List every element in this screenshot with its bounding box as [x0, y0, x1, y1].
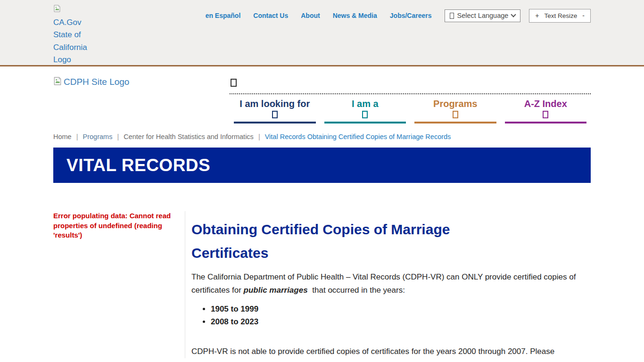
intro-paragraph: The California Department of Public Heal…: [191, 271, 591, 297]
note-paragraph: CDPH-VR is not able to provide certified…: [191, 345, 591, 358]
text-resize-label: Text Resize: [545, 12, 578, 19]
cdph-logo-alt-text: CDPH Site Logo: [64, 77, 129, 87]
ca-gov-logo-alt-text: CA.Gov State of California Logo: [53, 18, 87, 65]
nav-underline: [324, 122, 406, 123]
breadcrumb: Home | Programs | Center for Health Stat…: [53, 123, 591, 140]
broken-image-icon: [53, 77, 62, 88]
text-increase-button[interactable]: +: [535, 12, 539, 19]
link-en-espanol[interactable]: en Español: [206, 12, 241, 19]
link-contact-us[interactable]: Contact Us: [253, 12, 288, 19]
text-decrease-button[interactable]: -: [582, 12, 585, 19]
utility-bar: CA.Gov State of California Logo en Españ…: [0, 0, 644, 66]
chevron-down-icon: [362, 111, 368, 118]
broken-image-icon: [53, 4, 61, 16]
nav-label: A-Z Index: [524, 99, 567, 109]
chevron-down-icon: [272, 111, 278, 118]
nav-underline: [414, 122, 496, 123]
primary-nav-block: I am looking for I am a Programs A-Z Ind…: [230, 73, 591, 123]
nav-i-am-looking-for[interactable]: I am looking for: [230, 94, 320, 123]
nav-underline: [505, 122, 587, 123]
cdph-site-logo-link[interactable]: CDPH Site Logo: [53, 77, 129, 123]
link-news-media[interactable]: News & Media: [333, 12, 377, 19]
breadcrumb-separator: |: [76, 133, 78, 140]
sidebar-error-message: Error populating data: Cannot read prope…: [53, 211, 171, 240]
site-header: CDPH Site Logo I am looking for I am a P…: [0, 66, 644, 123]
page-title: Obtaining Certified Copies of Marriage C…: [191, 218, 521, 265]
page-banner: VITAL RECORDS: [53, 148, 591, 183]
breadcrumb-separator: |: [117, 133, 119, 140]
globe-icon: [450, 13, 454, 19]
chevron-down-icon: [511, 12, 516, 17]
language-select-dropdown[interactable]: Select Language: [445, 9, 521, 22]
text-resize-control: + Text Resize -: [529, 9, 591, 23]
intro-emphasis: public marriages: [244, 286, 308, 295]
nav-underline: [234, 122, 316, 123]
ca-gov-logo-link[interactable]: CA.Gov State of California Logo: [53, 4, 87, 66]
chevron-down-icon: [543, 111, 548, 118]
breadcrumb-programs[interactable]: Programs: [83, 133, 113, 140]
language-select-label: Select Language: [457, 12, 509, 19]
breadcrumb-current-page[interactable]: Vital Records Obtaining Certified Copies…: [265, 133, 451, 140]
nav-label: I am a: [352, 99, 379, 109]
utility-nav: en Español Contact Us About News & Media…: [206, 12, 445, 19]
year-ranges-list: 1905 to 1999 2008 to 2023: [191, 303, 591, 328]
primary-nav: I am looking for I am a Programs A-Z Ind…: [230, 94, 591, 123]
main-content: Obtaining Certified Copies of Marriage C…: [185, 211, 591, 358]
year-range-item: 2008 to 2023: [211, 315, 591, 328]
nav-label: Programs: [433, 99, 477, 109]
nav-i-am-a[interactable]: I am a: [320, 94, 411, 123]
breadcrumb-separator: |: [258, 133, 260, 140]
chevron-down-icon: [453, 111, 458, 118]
link-jobs-careers[interactable]: Jobs/Careers: [390, 12, 432, 19]
breadcrumb-chsi[interactable]: Center for Health Statistics and Informa…: [124, 133, 254, 140]
banner-title: VITAL RECORDS: [66, 156, 210, 175]
year-range-item: 1905 to 1999: [211, 303, 591, 315]
link-about[interactable]: About: [301, 12, 320, 19]
sidebar: Error populating data: Cannot read prope…: [53, 211, 185, 358]
nav-label: I am looking for: [239, 99, 310, 109]
breadcrumb-home[interactable]: Home: [53, 133, 72, 140]
intro-text: that occurred in the years:: [308, 286, 405, 295]
search-icon[interactable]: [231, 79, 237, 87]
nav-a-z-index[interactable]: A-Z Index: [501, 94, 591, 123]
nav-programs[interactable]: Programs: [410, 94, 501, 123]
